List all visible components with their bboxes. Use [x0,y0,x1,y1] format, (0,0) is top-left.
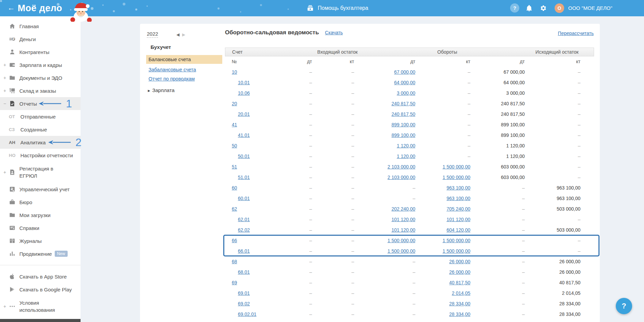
help-icon[interactable]: ? [510,3,519,13]
turnover-value-link[interactable]: 64 000,00 [394,80,415,85]
turnover-value-link[interactable]: 1 500 000,00 [442,238,470,243]
turnover-value-link[interactable]: 1 500 000,00 [387,248,415,254]
report-nav-link[interactable]: Отчет по проводкам [146,76,222,82]
account-link[interactable]: 51.01 [238,175,250,180]
notifications-bell-icon[interactable] [525,4,533,12]
account-link[interactable]: 41 [232,122,237,127]
turnover-value-link[interactable]: 3 000,00 [397,90,416,96]
turnover-value-link[interactable]: 705 240,00 [447,206,470,212]
sidebar-item[interactable]: НОНастройки отчетности [0,149,81,162]
sidebar-item[interactable]: Скачать в Google Play [0,283,81,296]
account-link[interactable]: 50 [232,143,237,148]
company-name[interactable]: ООО "МОЕ ДЕЛО" [568,0,612,16]
sidebar-item[interactable]: Бюро [0,196,81,209]
sidebar-item[interactable]: +Условия использования [0,296,81,317]
sidebar-item[interactable]: Мои загрузки [0,209,81,221]
turnover-value-link[interactable]: 963 100,00 [447,185,470,191]
sidebar-item[interactable]: ОТОтправленные [0,110,81,123]
account-link[interactable]: 62.01 [238,217,250,222]
sidebar-item[interactable]: ПродвижениеNew [0,247,81,260]
sidebar-item[interactable]: СЗСозданные [0,123,81,136]
account-link[interactable]: 69.02.01 [238,311,257,317]
account-link[interactable]: 20.01 [238,111,250,117]
turnover-value-link[interactable]: 1 500 000,00 [442,175,470,180]
sidebar-item[interactable]: ₽Деньги [0,33,81,46]
account-link[interactable]: 62 [232,206,237,212]
account-link[interactable]: 51 [232,164,237,169]
turnover-value-link[interactable]: 26 000,00 [449,269,470,275]
turnover-value-link[interactable]: 2 014,05 [452,290,471,296]
turnover-value-link[interactable]: 1 120,00 [397,143,416,148]
turnover-value-link[interactable]: 101 120,00 [447,217,470,222]
turnover-value-link[interactable]: 28 334,00 [449,301,470,306]
turnover-value-link[interactable]: 1 500 000,00 [442,248,470,254]
account-link[interactable]: 41.01 [238,132,250,138]
account-link[interactable]: 69.02 [238,301,250,306]
turnover-value-link[interactable]: 963 100,00 [447,196,470,201]
expander-icon[interactable]: + [3,169,7,175]
account-link[interactable]: 10.01 [238,80,250,85]
expander-icon[interactable]: + [3,304,7,309]
turnover-value-link[interactable]: 1 500 000,00 [442,164,470,169]
turnover-value-link[interactable]: 1 500 000,00 [387,238,415,243]
expander-icon[interactable]: − [3,101,7,106]
turnover-value-link[interactable]: 101 120,00 [391,227,415,233]
help-fab-button[interactable]: ? [616,298,632,314]
turnover-value-link[interactable]: 40 817,50 [449,280,470,285]
report-nav-item-active[interactable]: Балансовые счета [146,55,222,64]
turnover-value-link[interactable]: 101 120,00 [391,217,415,222]
settings-gear-icon[interactable] [539,4,547,12]
sidebar-item[interactable]: Скачать в App Store [0,270,81,283]
back-arrow-icon[interactable]: ← [7,0,15,16]
account-link[interactable]: 62.02 [238,227,250,233]
turnover-value-link[interactable]: 67 000,00 [394,69,415,75]
turnover-value-link[interactable]: 899 100,00 [391,122,415,127]
sidebar-item[interactable]: Журналы [0,234,81,247]
sidebar-item[interactable]: Справки [0,221,81,234]
app-logo[interactable]: Моё дело [18,0,62,16]
turnover-value-link[interactable]: 2 103 000,00 [387,175,415,180]
turnover-value-link[interactable]: 604 120,00 [447,227,470,233]
account-link[interactable]: 68.01 [238,269,250,275]
account-link[interactable]: 10 [232,69,237,75]
sidebar-item[interactable]: +Склад и заказы [0,84,81,97]
download-link[interactable]: Скачать [325,30,343,35]
year-selector[interactable]: 2022 [147,31,158,38]
turnover-value-link[interactable]: 1 120,00 [397,154,416,159]
expander-icon[interactable]: + [3,75,7,80]
turnover-value-link[interactable]: 2 103 000,00 [387,164,415,169]
sidebar-item[interactable]: Контрагенты [0,46,81,58]
account-link[interactable]: 69.01 [238,290,250,296]
sidebar-item[interactable]: +Зарплата и кадры [0,58,81,71]
account-link[interactable]: 66 [232,238,237,243]
user-avatar[interactable]: O [555,3,564,13]
account-link[interactable]: 66.01 [238,248,250,254]
turnover-value-link[interactable]: 240 817,50 [391,101,415,106]
account-link[interactable]: 60.01 [238,196,250,201]
sidebar-item[interactable]: −Отчеты1 [0,97,81,110]
next-year-icon[interactable]: ▶ [182,32,185,37]
salary-group-toggle[interactable]: ▶Зарплата [148,87,175,93]
sidebar-item[interactable]: +Документы и ЭДО [0,71,81,84]
expander-icon[interactable]: + [3,88,7,93]
account-link[interactable]: 68 [232,259,237,264]
turnover-value-link[interactable]: 28 334,00 [449,311,470,317]
turnover-value-link[interactable]: 899 100,00 [391,132,415,138]
turnover-value-link[interactable]: 240 817,50 [391,111,415,117]
account-link[interactable]: 69 [232,280,237,285]
expander-icon[interactable]: + [3,62,7,68]
recalculate-link[interactable]: Перерассчитать [558,31,594,36]
sidebar-item[interactable]: АНАналитика2 [0,136,81,149]
accountant-help-link[interactable]: Помощь бухгалтера [306,0,368,16]
account-link[interactable]: 60 [232,185,237,191]
prev-year-icon[interactable]: ◀ [176,32,179,37]
report-nav-link[interactable]: Забалансовые счета [146,67,222,72]
account-link[interactable]: 10.06 [238,90,250,96]
sidebar-item[interactable]: +Регистрация в ЕГРЮЛ [0,162,81,183]
sidebar-item[interactable]: ₽Управленческий учет [0,183,81,196]
empty-value: – [522,290,525,296]
account-link[interactable]: 20 [232,101,237,106]
turnover-value-link[interactable]: 202 240,00 [391,206,415,212]
turnover-value-link[interactable]: 26 000,00 [449,259,470,264]
account-link[interactable]: 50.01 [238,154,250,159]
